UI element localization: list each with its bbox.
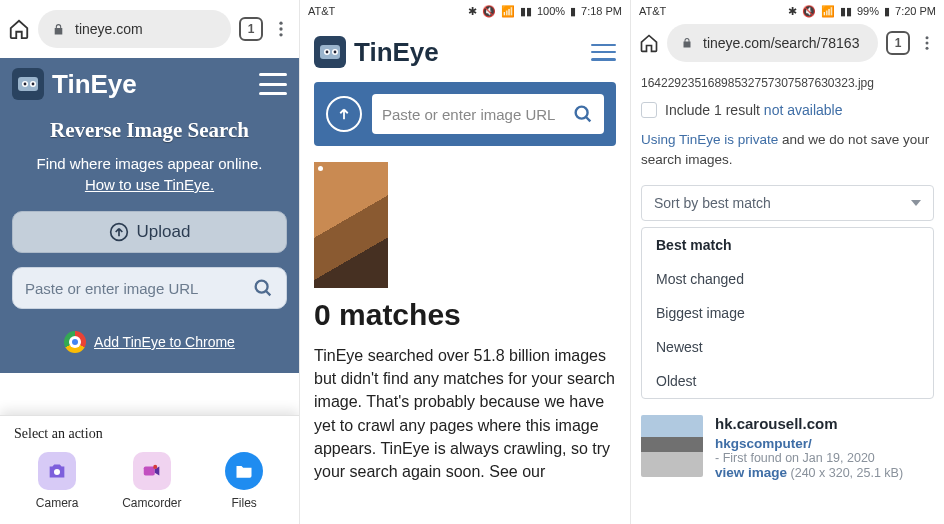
clock: 7:20 PM	[895, 5, 936, 17]
svg-point-12	[153, 465, 157, 469]
mute-icon: 🔇	[482, 5, 496, 18]
result-dims: (240 x 320, 25.1 kB)	[787, 466, 903, 480]
search-icon[interactable]	[572, 103, 594, 125]
svg-point-7	[32, 83, 35, 86]
result-thumbnail[interactable]	[641, 415, 703, 477]
sort-option[interactable]: Newest	[642, 330, 933, 364]
search-bar	[314, 82, 616, 146]
action-camera[interactable]: Camera	[36, 452, 79, 510]
omnibox-host: tineye.com/search/78163	[703, 35, 859, 51]
tab-count[interactable]: 1	[239, 17, 263, 41]
include-row[interactable]: Include 1 result not available	[631, 98, 944, 130]
view-image-link[interactable]: view image	[715, 465, 787, 480]
battery-icon: ▮	[570, 5, 576, 18]
svg-point-15	[326, 51, 329, 54]
privacy-link[interactable]: Using TinEye is private	[641, 132, 778, 147]
status-bar: AT&T ✱ 🔇 📶 ▮▮ 99% ▮ 7:20 PM	[631, 0, 944, 22]
svg-point-2	[279, 33, 282, 36]
page-title: Reverse Image Search	[12, 118, 287, 143]
url-input[interactable]	[25, 280, 252, 297]
upload-button[interactable]: Upload	[12, 211, 287, 253]
svg-point-0	[279, 22, 282, 25]
url-input[interactable]	[382, 106, 572, 123]
result-account-link[interactable]: hkgscomputer/	[715, 436, 812, 451]
menu-icon[interactable]	[259, 73, 287, 95]
chrome-icon	[64, 331, 86, 353]
svg-rect-11	[144, 466, 155, 475]
svg-point-10	[54, 469, 60, 475]
wifi-icon: 📶	[821, 5, 835, 18]
uploaded-thumbnail[interactable]	[314, 162, 388, 288]
signal-icon: ▮▮	[840, 5, 852, 18]
carrier: AT&T	[639, 5, 666, 17]
chrome-bar: tineye.com/search/78163 1	[631, 20, 944, 66]
clock: 7:18 PM	[581, 5, 622, 17]
bluetooth-icon: ✱	[788, 5, 797, 18]
bluetooth-icon: ✱	[468, 5, 477, 18]
wifi-icon: 📶	[501, 5, 515, 18]
result-domain[interactable]: hk.carousell.com	[715, 415, 934, 432]
upload-label: Upload	[137, 222, 191, 242]
files-icon	[225, 452, 263, 490]
sort-option[interactable]: Best match	[642, 228, 933, 262]
svg-point-20	[926, 42, 929, 45]
upload-icon	[109, 222, 129, 242]
result-found: - First found on Jan 19, 2020	[715, 451, 934, 465]
checkbox-icon[interactable]	[641, 102, 657, 118]
add-to-chrome-link[interactable]: Add TinEye to Chrome	[12, 331, 287, 353]
brand-name: TinEye	[354, 37, 439, 68]
battery-icon: ▮	[884, 5, 890, 18]
sort-option[interactable]: Biggest image	[642, 296, 933, 330]
howto-link[interactable]: How to use TinEye.	[12, 176, 287, 193]
battery-pct: 100%	[537, 5, 565, 17]
hero: TinEye Reverse Image Search Find where i…	[0, 58, 299, 373]
sort-select[interactable]: Sort by best match	[641, 185, 934, 221]
result-row: hk.carousell.com hkgscomputer/ - First f…	[631, 409, 944, 480]
chrome-bar: tineye.com 1	[0, 0, 299, 58]
home-icon[interactable]	[639, 33, 659, 53]
brand[interactable]: TinEye	[12, 68, 137, 100]
kebab-icon[interactable]	[918, 34, 936, 52]
chevron-down-icon	[911, 200, 921, 206]
omnibox-host: tineye.com	[75, 21, 143, 37]
battery-pct: 99%	[857, 5, 879, 17]
lock-icon	[52, 23, 65, 36]
url-input-wrap[interactable]	[12, 267, 287, 309]
matches-body: TinEye searched over 51.8 billion images…	[314, 344, 616, 483]
omnibox[interactable]: tineye.com	[38, 10, 231, 48]
sort-option[interactable]: Oldest	[642, 364, 933, 398]
home-icon[interactable]	[8, 18, 30, 40]
action-camcorder[interactable]: Camcorder	[122, 452, 181, 510]
image-filename: 164229235168985327573075876­30323.jpg	[631, 66, 944, 98]
upload-icon-button[interactable]	[326, 96, 362, 132]
sort-dropdown: Best match Most changed Biggest image Ne…	[641, 227, 934, 399]
brand[interactable]: TinEye	[314, 36, 439, 68]
lock-icon	[681, 37, 693, 49]
search-icon[interactable]	[252, 277, 274, 299]
carrier: AT&T	[308, 5, 335, 17]
omnibox[interactable]: tineye.com/search/78163	[667, 24, 878, 62]
tab-count[interactable]: 1	[886, 31, 910, 55]
sort-label: Sort by best match	[654, 195, 771, 211]
sheet-title: Select an action	[14, 426, 285, 442]
brand-logo-icon	[314, 36, 346, 68]
svg-point-21	[926, 47, 929, 50]
action-sheet: Select an action Camera Camcorder	[0, 415, 299, 524]
svg-point-17	[334, 51, 337, 54]
brand-name: TinEye	[52, 69, 137, 100]
menu-icon[interactable]	[591, 44, 616, 61]
sort-option[interactable]: Most changed	[642, 262, 933, 296]
camera-icon	[38, 452, 76, 490]
page-subtitle: Find where images appear online.	[12, 155, 287, 172]
svg-point-5	[24, 83, 27, 86]
svg-point-19	[926, 36, 929, 39]
status-bar: AT&T ✱ 🔇 📶 ▮▮ 100% ▮ 7:18 PM	[300, 0, 630, 22]
privacy-note: Using TinEye is private and we do not sa…	[631, 130, 944, 185]
not-available-link[interactable]: not available	[764, 102, 843, 118]
matches-heading: 0 matches	[314, 298, 616, 332]
action-files[interactable]: Files	[225, 452, 263, 510]
kebab-icon[interactable]	[271, 19, 291, 39]
brand-logo-icon	[12, 68, 44, 100]
mute-icon: 🔇	[802, 5, 816, 18]
signal-icon: ▮▮	[520, 5, 532, 18]
